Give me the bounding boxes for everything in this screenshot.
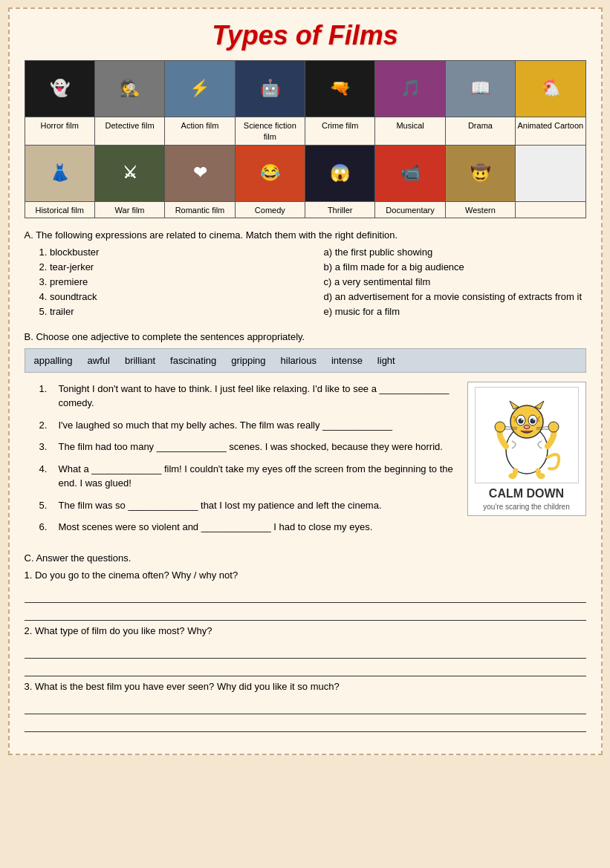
film-label-cell: Thriller [305,201,375,218]
question-text: Do you go to the cinema often? Why / why… [35,570,238,581]
film-label-cell: Drama [445,117,515,146]
film-img-cell: ⚡ [165,61,235,117]
calm-subtitle: you're scaring the children [473,503,581,511]
film-image: 🎵 [375,61,444,117]
term-item: 3. premiere [39,276,302,287]
film-img-cell [516,145,585,201]
film-label: Crime film [322,121,359,130]
sentence-num: 6. [39,520,54,535]
sentence-num: 4. [39,462,54,491]
question-num: 3. [25,681,35,692]
calm-img-area [475,387,579,483]
question-item: 3. What is the best film you have ever s… [25,681,586,692]
film-image: 😱 [305,146,374,201]
film-label-cell: Comedy [235,201,305,218]
term-item: 2. tear-jerker [39,261,302,273]
sentence-text: I've laughed so much that my belly aches… [59,418,393,433]
question-num: 1. [25,570,35,581]
film-label: Musical [396,121,424,130]
answer-line[interactable] [25,719,586,732]
film-label-cell: Documentary [375,201,445,218]
definitions-col: a) the first public showingb) a film mad… [324,247,586,321]
definition-item: b) a film made for a big audience [324,261,586,273]
film-img-cell: 🕵 [94,61,164,117]
calm-img-svg [478,391,575,480]
adjective-item: brilliant [125,355,155,366]
film-image: 🕵 [95,61,164,117]
svg-point-5 [530,418,535,423]
sentence-list: 1.Tonight I don't want to have to think.… [39,382,456,535]
adjective-item: light [377,355,395,366]
film-table: 👻🕵⚡🤖🔫🎵📖🐔Horror filmDetective filmAction … [25,60,586,218]
film-img-cell: ⚔ [94,145,164,201]
question-text: What is the best film you have ever seen… [35,681,340,692]
film-label: Horror film [41,121,79,130]
film-label-cell: Detective film [94,117,164,146]
film-label-cell: Historical film [25,201,94,218]
answer-line[interactable] [25,590,586,603]
film-label-cell: War film [94,201,164,218]
film-label-cell: Action film [165,117,235,146]
film-image: 👻 [25,61,94,117]
answer-line[interactable] [25,645,586,659]
question-num: 2. [25,625,35,636]
film-img-cell: 👗 [25,145,94,201]
term-item: 1. blockbuster [39,247,302,258]
film-image: 🤠 [446,146,515,201]
sentence-item: 3.The film had too many _____________ sc… [39,440,456,454]
film-image: ⚡ [165,61,234,117]
answer-line[interactable] [25,701,586,714]
film-label: Drama [468,121,493,130]
sentences-with-img: 1.Tonight I don't want to have to think.… [25,382,586,542]
film-label: War film [115,206,145,215]
question-text: What type of film do you like most? Why? [35,625,212,636]
sentence-item: 4.What a _____________ film! I couldn't … [39,462,456,491]
definition-item: c) a very sentimental film [324,276,586,287]
film-label-cell: Musical [375,117,445,146]
answer-line[interactable] [25,607,586,621]
sentence-text: The film had too many _____________ scen… [59,440,443,454]
section-b-instruction: B. Choose one adjective to complete the … [25,331,586,342]
film-label-cell: Crime film [305,117,375,146]
adjective-item: intense [331,355,363,366]
film-img-cell: 😂 [235,145,305,201]
adjective-item: hilarious [281,355,317,366]
film-image: 🔫 [305,61,374,117]
svg-point-8 [524,425,530,428]
section-a: A. The following expressions are related… [25,229,586,321]
terms-col: 1. blockbuster2. tear-jerker3. premiere4… [39,247,302,321]
film-img-cell: 📹 [375,145,445,201]
sentence-item: 2.I've laughed so much that my belly ach… [39,418,456,433]
film-image: 📹 [375,146,444,201]
svg-point-14 [548,422,559,432]
film-label: Documentary [386,206,434,215]
film-label: Action film [181,121,219,130]
film-label: Comedy [255,206,285,215]
sentence-text: The film was so _____________ that I los… [59,498,382,513]
film-img-cell: 🤠 [445,145,515,201]
section-a-instruction: A. The following expressions are related… [25,229,586,241]
film-label: Thriller [328,206,353,215]
film-label-cell: Western [445,201,515,218]
definition-item: e) music for a film [324,306,586,317]
sentence-text: Most scenes were so violent and ________… [59,520,373,535]
film-image: 😂 [236,146,305,201]
svg-point-7 [533,419,534,420]
film-label-cell: Science fiction film [235,117,305,146]
film-img-cell: ❤ [165,145,235,201]
answer-line[interactable] [25,663,586,676]
film-image: 🤖 [236,61,305,117]
match-container: 1. blockbuster2. tear-jerker3. premiere4… [39,247,586,321]
term-item: 5. trailer [39,306,302,317]
sentence-item: 1.Tonight I don't want to have to think.… [39,382,456,411]
sentence-num: 5. [39,498,54,513]
film-img-cell: 🐔 [516,61,585,117]
film-label: Detective film [106,121,155,130]
film-img-cell: 😱 [305,145,375,201]
film-image: 🐔 [516,61,585,117]
film-img-cell: 🎵 [375,61,445,117]
adjective-item: fascinating [170,355,216,366]
adjective-item: appalling [34,355,73,366]
term-item: 4. soundtrack [39,291,302,302]
film-label: Western [465,206,496,215]
